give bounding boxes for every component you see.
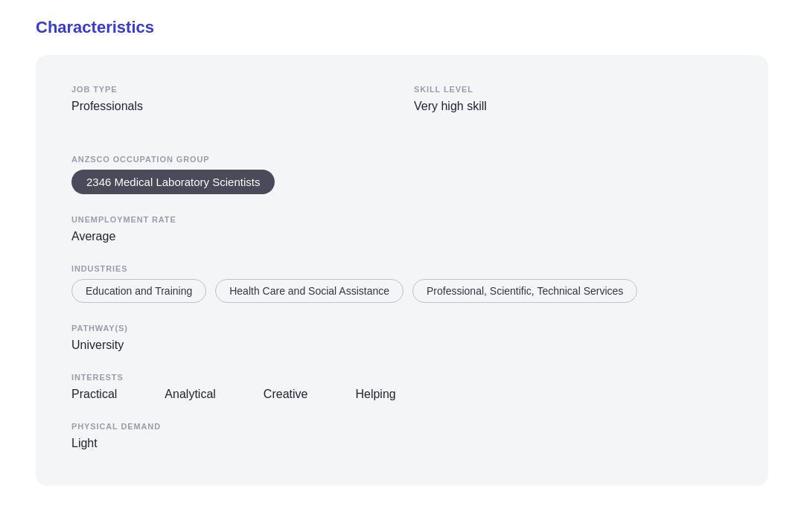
anzsco-field: ANZSCO OCCUPATION GROUP 2346 Medical Lab… [71, 155, 733, 194]
interests-field: INTERESTS PracticalAnalyticalCreativeHel… [71, 373, 733, 401]
pathways-field: PATHWAY(S) University [71, 324, 733, 352]
interest-item: Analytical [165, 388, 215, 401]
industries-label: INDUSTRIES [71, 264, 733, 273]
unemployment-value: Average [71, 230, 733, 243]
physical-demand-field: PHYSICAL DEMAND Light [71, 422, 733, 450]
industry-tag: Professional, Scientific, Technical Serv… [412, 279, 637, 303]
skill-level-label: SKILL LEVEL [414, 85, 733, 94]
interest-item: Creative [264, 388, 308, 401]
pathways-value: University [71, 339, 733, 352]
unemployment-label: UNEMPLOYMENT RATE [71, 215, 733, 224]
physical-demand-label: PHYSICAL DEMAND [71, 422, 733, 431]
job-type-field: JOB TYPE Professionals [71, 85, 390, 113]
interests-label: INTERESTS [71, 373, 733, 382]
industry-tag: Health Care and Social Assistance [215, 279, 403, 303]
unemployment-field: UNEMPLOYMENT RATE Average [71, 215, 733, 243]
interests-list: PracticalAnalyticalCreativeHelping [71, 388, 733, 401]
job-type-label: JOB TYPE [71, 85, 390, 94]
pathways-label: PATHWAY(S) [71, 324, 733, 333]
job-type-value: Professionals [71, 100, 390, 113]
industries-tags: Education and TrainingHealth Care and So… [71, 279, 733, 303]
characteristics-card: JOB TYPE Professionals SKILL LEVEL Very … [36, 55, 768, 486]
skill-level-field: SKILL LEVEL Very high skill [414, 85, 733, 134]
page-title: Characteristics [36, 18, 768, 37]
industries-field: INDUSTRIES Education and TrainingHealth … [71, 264, 733, 303]
interest-item: Helping [355, 388, 395, 401]
interest-item: Practical [71, 388, 117, 401]
industry-tag: Education and Training [71, 279, 206, 303]
anzsco-label: ANZSCO OCCUPATION GROUP [71, 155, 733, 164]
physical-demand-value: Light [71, 437, 733, 450]
skill-level-value: Very high skill [414, 100, 733, 113]
anzsco-badge: 2346 Medical Laboratory Scientists [71, 170, 275, 194]
job-skill-row: JOB TYPE Professionals SKILL LEVEL Very … [71, 85, 733, 134]
